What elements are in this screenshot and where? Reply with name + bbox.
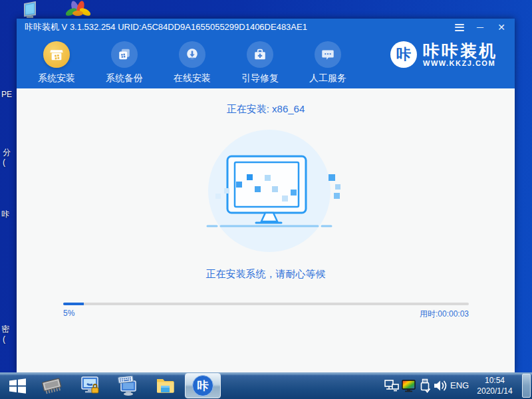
monitor-lock-icon[interactable]	[80, 376, 100, 396]
kaka-app-button[interactable]: 咔	[185, 373, 221, 398]
main-content: 正在安装: x86_64	[17, 88, 515, 372]
close-button[interactable]: ✕	[496, 22, 507, 33]
memory-chip-icon[interactable]	[40, 376, 64, 395]
desktop-label-fragment: 分	[3, 147, 11, 158]
progress-fill	[63, 303, 84, 305]
show-desktop-button[interactable]	[522, 374, 531, 398]
install-message: 正在安装系统，请耐心等候	[17, 268, 515, 281]
brand-url: WWW.KKZJ.COM	[423, 59, 497, 68]
boot-repair-toolbox-icon	[253, 47, 267, 62]
desktop-label-fragment: (	[3, 158, 5, 167]
nav-label: 系统备份	[106, 72, 143, 84]
online-download-icon	[185, 47, 200, 62]
install-status-title: 正在安装: x86_64	[17, 103, 515, 116]
usb-device-icon[interactable]	[420, 378, 430, 393]
nav-item-human-support[interactable]: 人工服务	[307, 41, 349, 84]
titlebar[interactable]: 咔咔装机 V 3.1.532.254 URID:A5C84DD9A1655055…	[17, 19, 515, 36]
package-install-icon	[49, 47, 64, 62]
kaka-app-icon: 咔	[192, 375, 213, 396]
nav-label: 系统安装	[38, 72, 75, 84]
clock[interactable]: 10:54 2020/1/14	[472, 375, 517, 396]
volume-icon[interactable]	[434, 380, 448, 392]
minimize-button[interactable]: ─	[475, 22, 485, 33]
language-indicator[interactable]: ENG	[450, 380, 469, 390]
brand-logo-icon: 咔	[390, 41, 417, 68]
network-icon[interactable]	[384, 380, 399, 392]
display-settings-icon[interactable]	[402, 380, 416, 392]
progress-percent: 5%	[63, 309, 74, 318]
nav-label: 引导修复	[241, 72, 279, 84]
nav-item-system-install[interactable]: 系统安装	[35, 41, 78, 84]
brand: 咔 咔咔装机 WWW.KKZJ.COM	[390, 41, 497, 68]
nav-item-system-backup[interactable]: 系统备份	[103, 41, 146, 84]
keyboard-input-icon[interactable]	[117, 374, 138, 396]
system-backup-icon	[117, 47, 132, 62]
clock-time: 10:54	[472, 375, 517, 386]
installing-monitor-illustration	[203, 152, 356, 231]
elapsed-time: 用时:00:00:03	[420, 309, 469, 320]
desktop-label-fragment: (	[3, 334, 5, 344]
progress-bar	[63, 303, 469, 305]
nav-label: 人工服务	[309, 72, 346, 84]
nav-label: 在线安装	[174, 72, 211, 84]
desktop-label-fragment: 咔	[1, 209, 9, 220]
desktop-label-fragment: PE	[1, 90, 12, 99]
chat-support-icon	[321, 47, 335, 62]
menu-icon[interactable]	[455, 24, 464, 31]
window-title: 咔咔装机 V 3.1.532.254 URID:A5C84DD9A1655055…	[25, 21, 307, 33]
brand-name: 咔咔装机	[423, 42, 497, 59]
navbar: 系统安装 系统备份	[17, 36, 515, 88]
nav-item-online-install[interactable]: 在线安装	[171, 41, 213, 84]
clock-date: 2020/1/14	[472, 386, 517, 396]
start-button[interactable]	[9, 378, 27, 394]
display-icon[interactable]	[21, 1, 39, 19]
nav-item-boot-repair[interactable]: 引导修复	[239, 41, 281, 84]
app-window: 咔咔装机 V 3.1.532.254 URID:A5C84DD9A1655055…	[17, 19, 515, 372]
file-explorer-icon[interactable]	[156, 376, 174, 394]
desktop-label-fragment: 密	[1, 324, 9, 335]
taskbar: 咔 ENG 10:54 2020/1/14	[0, 372, 532, 399]
image-viewer-flower-icon[interactable]	[63, 0, 94, 19]
